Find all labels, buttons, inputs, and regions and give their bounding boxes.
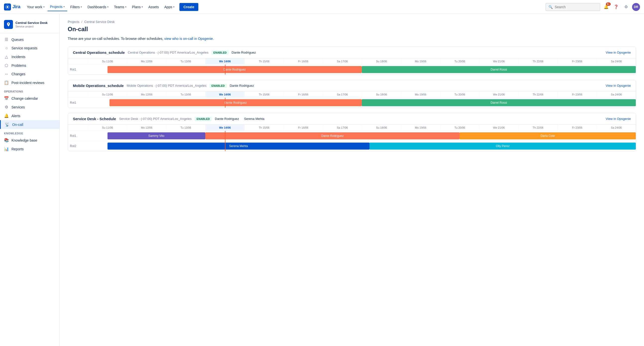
view-in-opsgenie-link[interactable]: View in Opsgenie [606, 117, 631, 121]
cal-day-header: We 14/06 [205, 125, 244, 131]
sidebar-item-change-calendar[interactable]: 📅 Change calendar [0, 94, 60, 103]
queues-icon: ☰ [4, 37, 9, 42]
chevron-down-icon: ▾ [125, 6, 126, 8]
svg-point-1 [7, 6, 8, 8]
help-button[interactable]: ❓ [612, 3, 620, 11]
cal-day-header: Th 15/06 [244, 125, 284, 131]
cal-header-empty [68, 58, 88, 64]
cal-day-header: Tu 20/06 [440, 58, 479, 64]
cal-day-header: Fr 16/06 [284, 91, 322, 97]
incidents-icon: △ [4, 54, 9, 59]
on-call-icon: 📡 [5, 122, 10, 127]
cal-row-1: Rot2Serena MehtaOlly Perez [68, 141, 636, 151]
rot-label: Rot1 [68, 66, 88, 73]
chevron-down-icon: ▾ [173, 6, 174, 8]
nav-teams[interactable]: Teams ▾ [112, 3, 129, 11]
nav-dashboards[interactable]: Dashboards ▾ [85, 3, 111, 11]
schedule-badge: ENABLED [212, 51, 229, 55]
nav-your-work[interactable]: Your work ▾ [24, 3, 47, 11]
cal-day-header: Mo 12/06 [127, 91, 166, 97]
cal-day-header: Fr 16/06 [284, 58, 322, 64]
services-icon: ⚙ [4, 105, 9, 109]
project-name: Central Service Desk [16, 21, 48, 25]
chevron-down-icon: ▾ [80, 6, 82, 8]
schedule-header-0: Central Operations_schedule Central Oper… [68, 47, 636, 58]
sidebar-item-changes[interactable]: ↔ Changes [0, 70, 60, 78]
cal-day-header: Sa 17/06 [323, 58, 362, 64]
cal-day-header: We 21/06 [479, 91, 518, 97]
cal-day-header: Th 22/06 [518, 125, 558, 131]
schedule-meta: Service Desk · (-07:00) PDT America/Los_… [119, 117, 192, 121]
sidebar-item-on-call[interactable]: 📡 On-call [0, 120, 60, 129]
cal-header-empty [68, 91, 88, 97]
view-in-opsgenie-link[interactable]: View in Opsgenie [606, 51, 631, 54]
change-calendar-icon: 📅 [4, 96, 9, 101]
today-line [225, 131, 226, 141]
schedule-name: Service Desk - Schedule [73, 117, 116, 121]
sidebar-item-services[interactable]: ⚙ Services [0, 103, 60, 111]
sidebar-item-knowledge-base[interactable]: 📚 Knowledge base [0, 136, 60, 144]
settings-button[interactable]: ⚙ [622, 3, 630, 11]
chevron-down-icon: ▾ [43, 6, 44, 8]
logo-text: Jira [12, 4, 20, 10]
cal-day-header: Fr 23/06 [558, 125, 596, 131]
view-in-opsgenie-link[interactable]: View in Opsgenie [606, 84, 631, 87]
cal-day-header: Su 11/06 [88, 58, 127, 64]
nav-projects[interactable]: Projects ▾ [48, 3, 68, 11]
cal-header-empty [68, 125, 88, 131]
sidebar-item-queues[interactable]: ☰ Queues [0, 35, 60, 44]
avatar[interactable]: DR [632, 3, 640, 11]
problems-icon: ⬡ [4, 63, 9, 68]
search-box[interactable]: 🔍 [546, 3, 600, 11]
sidebar-item-post-incident[interactable]: 📋 Post-incident reviews [0, 78, 60, 87]
cal-day-header: Fr 23/06 [558, 91, 596, 97]
schedules-container: Central Operations_schedule Central Oper… [68, 47, 636, 151]
schedule-card-0: Central Operations_schedule Central Oper… [68, 47, 636, 75]
knowledge-base-icon: 📚 [4, 138, 9, 143]
cal-day-header: Sa 24/06 [597, 91, 636, 97]
cal-day-header: Mo 19/06 [401, 58, 440, 64]
cal-row-0: Rot1Dante RodriguezDarrel Rossi [68, 64, 636, 75]
topnav-right: 🔍 🔔 9+ ❓ ⚙ DR [546, 3, 640, 11]
breadcrumb-projects[interactable]: Projects [68, 20, 80, 24]
cal-day-header: We 21/06 [479, 125, 518, 131]
create-button[interactable]: Create [180, 3, 198, 11]
today-line [225, 65, 226, 75]
cal-day-header: Sa 24/06 [597, 125, 636, 131]
notifications-button[interactable]: 🔔 9+ [602, 3, 610, 11]
schedule-card-2: Service Desk - Schedule Service Desk · (… [68, 113, 636, 151]
search-input[interactable] [555, 5, 597, 9]
reports-icon: 📊 [4, 146, 9, 151]
cal-bar: Sammy Vito [108, 132, 205, 139]
cal-header: Su 11/06Mo 12/06Tu 13/06We 14/06Th 15/06… [68, 91, 636, 97]
nav-filters[interactable]: Filters ▾ [68, 3, 84, 11]
rot-label: Rot1 [68, 99, 88, 106]
opsgenie-link[interactable]: view who is on-call in Opsgenie. [164, 37, 214, 41]
cal-day-header: Th 15/06 [244, 58, 284, 64]
sidebar-item-alerts[interactable]: 🔔 Alerts [0, 111, 60, 120]
logo[interactable]: Jira [4, 4, 20, 11]
cal-bar: Dante Rodriguez [108, 66, 362, 73]
sidebar: Central Service Desk Service project ☰ Q… [0, 14, 60, 346]
sidebar-project: Central Service Desk Service project [0, 18, 60, 33]
cal-bar: Olly Perez [370, 143, 636, 149]
bars-area: Sammy VitoDante RodriguezDarla Cote [88, 131, 636, 141]
main-nav: Your work ▾ Projects ▾ Filters ▾ Dashboa… [24, 3, 546, 11]
topnav: Jira Your work ▾ Projects ▾ Filters ▾ Da… [0, 0, 644, 14]
changes-icon: ↔ [4, 72, 9, 76]
sidebar-item-reports[interactable]: 📊 Reports [0, 144, 60, 153]
sidebar-item-service-requests[interactable]: ○ Service requests [0, 44, 60, 52]
cal-day-header: Tu 13/06 [166, 91, 205, 97]
schedule-name: Mobile Operations_schedule [73, 84, 124, 88]
alerts-icon: 🔔 [4, 113, 9, 118]
cal-day-header: Sa 17/06 [323, 125, 362, 131]
sidebar-item-problems[interactable]: ⬡ Problems [0, 61, 60, 70]
nav-apps[interactable]: Apps ▾ [162, 3, 177, 11]
breadcrumb-central-service-desk[interactable]: Central Service Desk [84, 20, 115, 24]
nav-assets[interactable]: Assets [146, 3, 161, 11]
nav-plans[interactable]: Plans ▾ [130, 3, 145, 11]
cal-day-header: Su 11/06 [88, 91, 127, 97]
service-requests-icon: ○ [4, 46, 9, 50]
sidebar-item-incidents[interactable]: △ Incidents [0, 52, 60, 61]
cal-day-header: Mo 12/06 [127, 58, 166, 64]
